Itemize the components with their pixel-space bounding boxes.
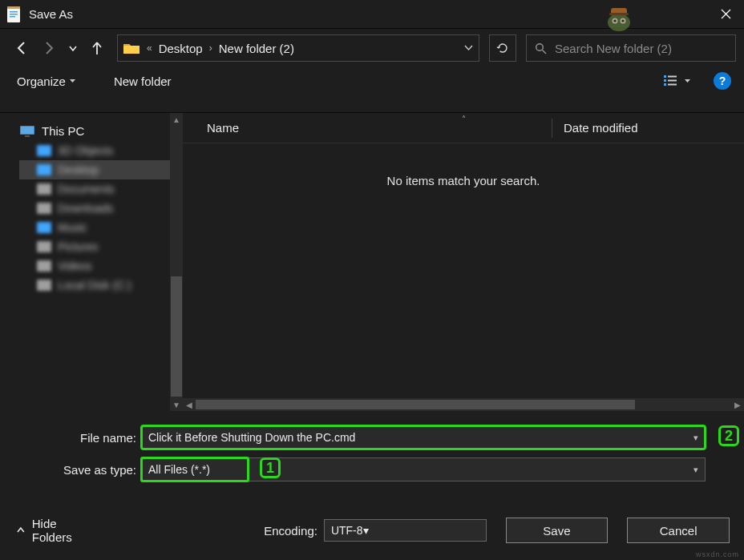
cancel-button[interactable]: Cancel [627,518,730,543]
filename-dropdown-icon[interactable]: ▾ [693,433,698,443]
chevron-down-icon [684,78,691,85]
chevron-down-icon [69,78,76,85]
chevron-up-icon [16,526,26,535]
address-dropdown[interactable] [458,41,479,55]
search-icon [535,42,547,54]
svg-rect-1 [10,11,18,13]
tree-item-label: Local Disk (C:) [58,279,131,292]
column-date-modified[interactable]: Date modified [564,121,638,135]
svg-rect-16 [668,76,677,78]
save-button[interactable]: Save [506,518,609,543]
search-placeholder: Search New folder (2) [555,42,672,55]
column-name[interactable]: Name [207,121,552,135]
svg-rect-15 [664,83,666,86]
details-view-icon [663,74,677,88]
tree-item-label: Desktop [58,163,99,176]
encoding-dropdown-icon[interactable]: ▾ [363,524,369,537]
tree-item[interactable]: Documents [19,179,170,199]
sort-indicator-icon: ˄ [462,115,466,123]
encoding-label: Encoding: [264,524,324,538]
encoding-select[interactable]: UTF-8 ▾ [324,519,487,542]
forward-button[interactable] [38,37,59,59]
back-button[interactable] [11,37,32,59]
folder-icon [37,260,51,272]
tree-item[interactable]: Pictures [19,237,170,256]
tree-item-label: 3D Objects [58,144,113,157]
tree-root-thispc[interactable]: This PC [19,121,170,141]
tree-item-label: Pictures [58,240,99,253]
svg-rect-18 [668,84,677,86]
annotation-badge-1: 1 [260,457,281,478]
svg-rect-0 [7,8,20,22]
scroll-up-icon[interactable]: ▲ [170,113,183,126]
window-title: Save As [29,7,707,21]
watermark-text: wsxdn.com [696,550,739,558]
folder-icon [37,241,51,252]
new-folder-button[interactable]: New folder [107,71,178,91]
svg-rect-4 [7,6,20,9]
folder-icon [37,222,51,233]
svg-rect-3 [10,16,15,18]
thispc-icon [19,125,35,138]
filename-label: File name: [18,431,141,445]
folder-icon [37,280,51,291]
chevron-right-icon: › [208,42,214,54]
organize-dropdown[interactable]: Organize [8,71,85,92]
tree-item-label: Videos [58,260,92,272]
tree-item[interactable]: Desktop [19,160,170,179]
hide-folders-button[interactable]: Hide Folders [11,514,103,547]
tree-item[interactable]: Downloads [19,199,170,218]
chevron-left-icon: « [145,42,154,54]
folder-icon [37,203,51,214]
svg-rect-17 [668,80,677,82]
savetype-dropdown-icon[interactable]: ▾ [693,465,698,475]
svg-rect-21 [25,135,30,137]
scroll-thumb[interactable] [196,400,635,409]
help-button[interactable]: ? [714,72,731,90]
svg-rect-20 [21,127,34,134]
savetype-select[interactable]: All Files (*.*) ▾ [141,457,706,481]
nav-scrollbar[interactable]: ▲ ▼ [170,113,183,411]
folder-icon [37,164,51,175]
search-box[interactable]: Search New folder (2) [526,34,736,62]
tree-item-label: Downloads [58,202,113,215]
tree-item-label: Documents [58,183,115,195]
scroll-right-icon[interactable]: ▶ [731,398,744,411]
svg-rect-2 [10,14,18,15]
tree-item[interactable]: Local Disk (C:) [19,276,170,295]
scroll-left-icon[interactable]: ◀ [183,398,196,411]
tree-item-label: Music [58,221,87,234]
file-list[interactable]: ˄ Name Date modified No items match your… [183,113,744,411]
history-dropdown[interactable] [66,37,80,59]
annotation-badge-2: 2 [718,425,739,446]
address-bar[interactable]: « Desktop › New folder (2) [117,34,479,62]
empty-message: No items match your search. [183,143,744,187]
folder-icon [37,145,51,156]
tree-item[interactable]: 3D Objects [19,141,170,160]
breadcrumb-desktop[interactable]: Desktop [154,42,208,55]
scroll-thumb[interactable] [171,276,182,397]
folder-icon [123,42,140,54]
view-mode-dropdown[interactable] [658,72,696,90]
notepad-icon [6,6,21,23]
navigation-pane: This PC 3D ObjectsDesktopDocumentsDownlo… [0,113,183,411]
filename-input[interactable]: Click it Before Shutting Down the PC.cmd… [141,425,706,449]
tree-item[interactable]: Videos [19,256,170,276]
tree-item[interactable]: Music [19,218,170,237]
close-button[interactable] [707,0,744,29]
breadcrumb-newfolder[interactable]: New folder (2) [214,42,299,55]
savetype-label: Save as type: [18,463,141,477]
refresh-button[interactable] [489,34,516,62]
horizontal-scrollbar[interactable]: ◀ ▶ [183,398,744,411]
svg-point-12 [536,43,544,50]
scroll-down-icon[interactable]: ▼ [170,398,183,411]
svg-rect-13 [664,75,666,78]
up-button[interactable] [87,37,107,59]
folder-icon [37,183,51,195]
svg-rect-14 [664,79,666,82]
